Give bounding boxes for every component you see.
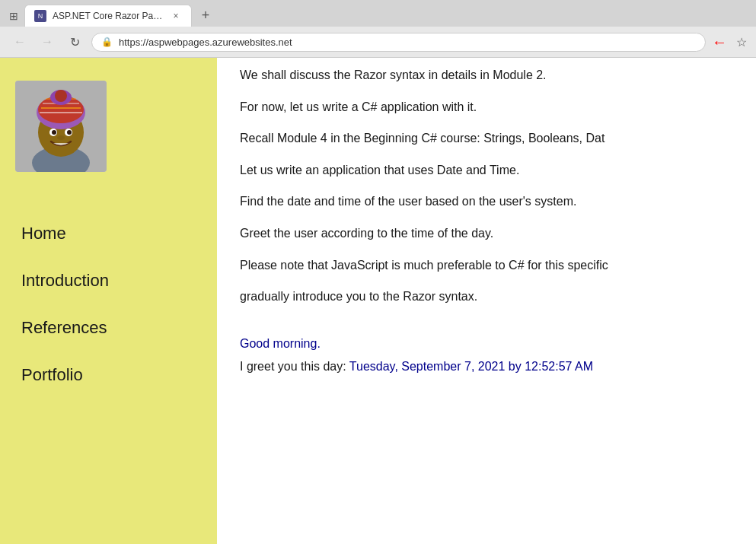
sidebar-item-portfolio[interactable]: Portfolio <box>15 351 202 399</box>
para-recall-module: Recall Module 4 in the Beginning C# cour… <box>240 129 733 148</box>
tab-close-button[interactable]: × <box>170 10 182 22</box>
para-csharp-app: For now, let us write a C# application w… <box>240 97 733 117</box>
refresh-button[interactable]: ↻ <box>64 31 85 52</box>
url-bar[interactable]: 🔒 <box>91 33 706 52</box>
browser-chrome: ⊞ N ASP.NET Core Razor Pages × + ← → ↻ 🔒… <box>0 0 756 58</box>
svg-point-16 <box>57 135 65 140</box>
url-input[interactable] <box>119 37 696 48</box>
nav-menu: Home Introduction References Portfolio <box>15 210 202 399</box>
page-layout: Home Introduction References Portfolio W… <box>0 58 756 544</box>
para-date-time: Let us write an application that uses Da… <box>240 161 733 180</box>
profile-avatar-svg <box>15 81 107 172</box>
forward-button[interactable]: → <box>37 31 58 52</box>
date-label: I greet you this day: <box>240 360 346 373</box>
para-find-date: Find the date and time of the user based… <box>240 192 733 211</box>
back-button[interactable]: ← <box>9 31 30 52</box>
grid-icon[interactable]: ⊞ <box>6 8 21 24</box>
bookmark-icon[interactable]: ☆ <box>736 35 747 49</box>
para-javascript-note: Please note that JavaScript is much pref… <box>240 256 733 275</box>
sidebar-item-references[interactable]: References <box>15 304 202 351</box>
tab-bar: ⊞ N ASP.NET Core Razor Pages × + <box>0 0 756 27</box>
date-greeting: I greet you this day: Tuesday, September… <box>240 360 733 374</box>
svg-point-11 <box>55 90 67 102</box>
svg-point-15 <box>67 130 72 135</box>
para-razor-syntax: We shall discuss the Razor syntax in det… <box>240 65 733 85</box>
para-razor-intro: gradually introduce you to the Razor syn… <box>240 287 733 307</box>
date-value: Tuesday, September 7, 2021 by 12:52:57 A… <box>349 360 593 373</box>
new-tab-button[interactable]: + <box>195 5 216 27</box>
main-content: We shall discuss the Razor syntax in det… <box>217 58 756 544</box>
greeting-message: Good morning. <box>240 337 733 351</box>
tab-title: ASP.NET Core Razor Pages <box>53 11 164 21</box>
sidebar-item-home[interactable]: Home <box>15 210 202 257</box>
tab-favicon: N <box>34 10 46 22</box>
svg-point-14 <box>52 130 56 135</box>
sidebar-item-introduction[interactable]: Introduction <box>15 257 202 304</box>
arrow-annotation: ← <box>712 33 727 51</box>
para-greet-user: Greet the user according to the time of … <box>240 224 733 243</box>
greeting-section: Good morning. I greet you this day: Tues… <box>240 337 733 374</box>
browser-tab[interactable]: N ASP.NET Core Razor Pages × <box>24 5 192 27</box>
sidebar: Home Introduction References Portfolio <box>0 58 217 544</box>
profile-image <box>15 81 107 172</box>
lock-icon: 🔒 <box>101 37 113 47</box>
address-bar: ← → ↻ 🔒 ← ☆ <box>0 27 756 57</box>
